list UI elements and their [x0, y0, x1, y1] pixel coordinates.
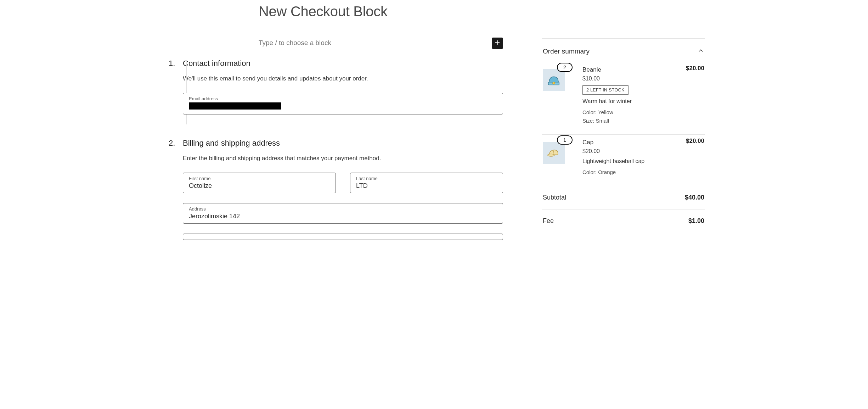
item-line-total: $20.00 [686, 65, 704, 72]
field-label: Last name [356, 176, 497, 181]
step-number: 1. [169, 59, 176, 124]
add-block-button[interactable] [492, 38, 503, 49]
item-attributes: Color: Yellow Size: Small [582, 108, 704, 125]
item-line-total: $20.00 [686, 138, 704, 145]
email-field[interactable]: Email address [183, 93, 503, 114]
total-label: Subtotal [543, 194, 566, 201]
address-field[interactable]: Address Jerozolimskie 142 [183, 203, 503, 224]
chevron-up-icon [697, 47, 704, 56]
item-description: Lightweight baseball cap [582, 158, 704, 164]
field-label: Email address [189, 96, 497, 101]
first-name-field[interactable]: First name Octolize [183, 173, 336, 193]
billing-description: Enter the billing and shipping address t… [183, 155, 503, 162]
last-name-field[interactable]: Last name LTD [350, 173, 503, 193]
total-value: $1.00 [688, 217, 704, 225]
address-extra-field[interactable] [183, 234, 503, 240]
quantity-badge: 1 [557, 135, 573, 145]
stock-badge: 2 LEFT IN STOCK [582, 85, 629, 95]
svg-point-4 [548, 154, 554, 156]
step-number: 2. [169, 139, 176, 240]
email-value-redacted [189, 102, 281, 110]
plus-icon [494, 39, 501, 47]
field-value: Octolize [189, 182, 330, 190]
item-attributes: Color: Orange [582, 168, 704, 177]
cart-item: 1 Cap $20.00 $20.00 Lig [542, 135, 705, 186]
item-name: Cap [582, 138, 593, 146]
order-summary-toggle[interactable]: Order summary [542, 39, 705, 62]
item-unit-price: $20.00 [582, 148, 704, 155]
product-thumbnail [543, 69, 565, 91]
item-description: Warm hat for winter [582, 98, 704, 105]
subtotal-row: Subtotal $40.00 [542, 186, 705, 209]
add-block-hint[interactable]: Type / to choose a block [259, 39, 331, 47]
field-value: Jerozolimskie 142 [189, 213, 497, 220]
quantity-badge: 2 [557, 63, 573, 72]
item-unit-price: $10.00 [582, 75, 704, 82]
order-summary-title: Order summary [543, 47, 590, 55]
svg-point-3 [553, 82, 555, 84]
billing-heading: Billing and shipping address [183, 139, 503, 148]
total-label: Fee [543, 217, 554, 225]
contact-info-heading: Contact information [183, 59, 503, 68]
page-title: New Checkout Block [259, 4, 503, 19]
fee-row: Fee $1.00 [542, 209, 705, 228]
field-label: First name [189, 176, 330, 181]
cart-item: 2 Beanie $20.00 $10.00 [542, 62, 705, 135]
total-value: $40.00 [685, 194, 704, 201]
contact-info-description: We'll use this email to send you details… [183, 75, 503, 82]
field-value: LTD [356, 182, 497, 190]
item-name: Beanie [582, 65, 601, 73]
product-thumbnail [543, 142, 565, 164]
field-label: Address [189, 206, 497, 212]
